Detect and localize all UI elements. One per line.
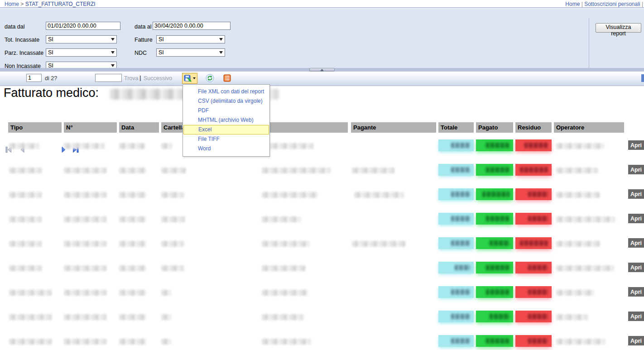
redacted-operatore (556, 168, 598, 173)
top-nav-home-link[interactable]: Home (565, 1, 580, 7)
tot-incassate-value: SI (48, 36, 53, 43)
breadcrumb-home-link[interactable]: Home (5, 1, 19, 7)
redacted-amount (486, 289, 509, 295)
redacted-amount (451, 289, 470, 295)
ndc-select[interactable]: SI (156, 48, 225, 57)
export-menu-item-excel[interactable]: Excel (183, 125, 269, 134)
pagato-cell (476, 262, 513, 273)
redacted-cartella (161, 314, 171, 320)
parz-incassate-select[interactable]: SI (46, 48, 117, 57)
column-header-totale[interactable]: Totale (438, 122, 474, 133)
residuo-cell (515, 262, 552, 273)
redacted-pagante (354, 192, 404, 198)
chevron-down-icon (111, 38, 115, 41)
splitter-collapse-handle[interactable] (309, 68, 335, 72)
redacted-operatore (556, 143, 604, 149)
pagato-cell (476, 188, 513, 200)
data-dal-input[interactable] (46, 22, 120, 30)
totale-cell (438, 311, 474, 322)
apri-button[interactable]: Apri (628, 189, 644, 199)
tot-incassate-select[interactable]: SI (46, 35, 117, 43)
breadcrumb-separator: > (20, 1, 24, 7)
refresh-button[interactable] (205, 74, 215, 84)
redacted-numero (64, 241, 106, 247)
redacted-operatore (556, 265, 614, 271)
column-header-tipo[interactable]: Tipo (8, 122, 62, 133)
redacted-amount (490, 314, 509, 319)
redacted-numero (64, 143, 105, 149)
export-menu-item-pdf[interactable]: PDF (183, 106, 269, 115)
redacted-tipo (9, 265, 42, 271)
redacted-data (119, 192, 146, 198)
top-nav: Home | Sottoscrizioni personali | (565, 1, 643, 7)
apri-button[interactable]: Apri (628, 287, 644, 297)
find-button[interactable]: Trova (124, 75, 139, 82)
residuo-cell (515, 237, 552, 249)
find-input[interactable] (95, 74, 122, 82)
apri-button[interactable]: Apri (628, 165, 644, 174)
table-row: Apri (0, 262, 644, 274)
redacted-paziente (262, 216, 301, 222)
redacted-data (119, 143, 145, 149)
column-header-residuo[interactable]: Residuo (515, 122, 552, 133)
pagato-cell (476, 139, 513, 151)
redacted-numero (64, 216, 106, 222)
parameters-panel: data dal data al Tot. Incassate SI Fattu… (0, 8, 644, 68)
table-row: Apri (0, 237, 644, 250)
export-menu-item-word[interactable]: Word (183, 144, 269, 153)
apri-button[interactable]: Apri (628, 263, 644, 272)
apri-button[interactable]: Apri (628, 336, 644, 345)
column-header-pagante[interactable]: Pagante (351, 122, 436, 133)
param-label-fatture: Fatture (135, 37, 153, 43)
splitter-bar[interactable] (0, 68, 644, 72)
redacted-cartella (161, 216, 185, 222)
top-bar: Home > STAT_FATTURATO_CTERZI Home | Sott… (0, 0, 644, 8)
apri-button[interactable]: Apri (628, 238, 644, 248)
export-button[interactable] (182, 73, 197, 84)
pagato-cell (476, 335, 513, 347)
page-count-label: di 2? (45, 75, 57, 82)
export-menu-item-tiff[interactable]: File TIFF (183, 134, 269, 144)
chevron-down-icon (219, 38, 223, 41)
ndc-value: SI (159, 49, 164, 56)
column-header-pagato[interactable]: Pagato (476, 122, 513, 133)
redacted-amount (451, 192, 470, 197)
redacted-amount (486, 216, 509, 221)
redacted-tipo (9, 168, 42, 173)
clipped-toolbar-icon[interactable] (641, 74, 644, 82)
apri-button[interactable]: Apri (628, 214, 644, 223)
breadcrumb-report-name: STAT_FATTURATO_CTERZI (25, 1, 96, 7)
data-al-input[interactable] (153, 22, 231, 30)
redacted-operatore (556, 290, 594, 296)
view-report-button[interactable]: Visualizza report (596, 23, 641, 33)
export-data-feed-button[interactable] (222, 74, 232, 84)
column-header-data[interactable]: Data (119, 122, 159, 133)
redacted-amount (528, 192, 548, 197)
report-viewer-screen: Home > STAT_FATTURATO_CTERZI Home | Sott… (0, 0, 644, 350)
floppy-disk-export-icon (184, 75, 192, 82)
apri-button[interactable]: Apri (628, 140, 644, 150)
pagato-cell (476, 213, 513, 225)
export-menu-item-csv[interactable]: CSV (delimitato da virgole) (183, 96, 269, 106)
column-header-operatore[interactable]: Operatore (554, 122, 624, 133)
redacted-paziente (262, 192, 318, 198)
page-number-input[interactable] (26, 74, 42, 82)
export-menu-item-xml[interactable]: File XML con dati del report (183, 87, 269, 96)
apri-button[interactable]: Apri (628, 312, 644, 321)
redacted-numero (64, 290, 106, 296)
export-menu-item-mhtml[interactable]: MHTML (archivio Web) (183, 115, 269, 125)
fatture-select[interactable]: SI (156, 35, 225, 43)
top-nav-subscriptions-link[interactable]: Sottoscrizioni personali (584, 1, 640, 7)
redacted-tipo (9, 290, 52, 296)
redacted-amount (524, 143, 548, 148)
redacted-cartella (161, 265, 184, 271)
redacted-operatore (556, 314, 588, 320)
redacted-cartella (161, 241, 184, 247)
param-label-tot-incassate: Tot. Incassate (5, 37, 39, 43)
collapse-up-icon (320, 69, 324, 71)
residuo-cell (515, 286, 552, 298)
totale-cell (438, 188, 474, 200)
column-header-numero[interactable]: N° (64, 122, 117, 133)
find-next-button[interactable]: Successivo (144, 75, 172, 82)
redacted-amount (451, 338, 470, 344)
